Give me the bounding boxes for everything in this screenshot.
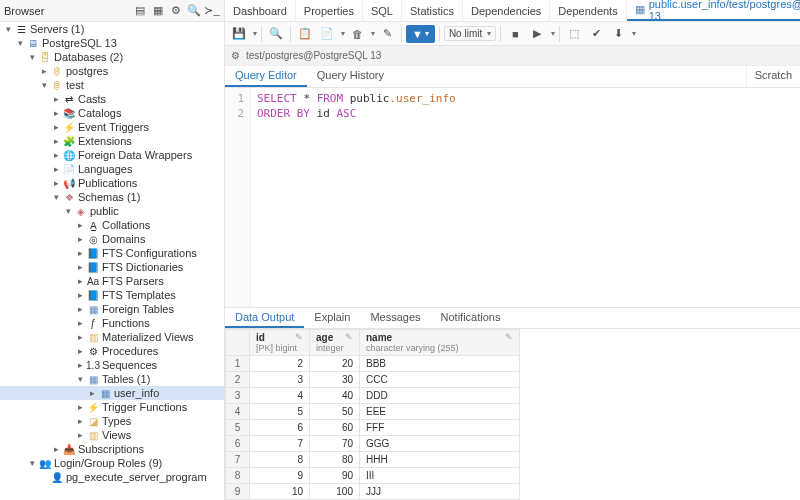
cell-age[interactable]: 80 (310, 452, 360, 468)
cell-age[interactable]: 100 (310, 484, 360, 500)
cell-age[interactable]: 70 (310, 436, 360, 452)
tree-ftsconf[interactable]: ▸📘FTS Configurations (0, 246, 224, 260)
cell-id[interactable]: 6 (250, 420, 310, 436)
download-button[interactable]: ⬇ (608, 24, 628, 44)
sql-editor[interactable]: 12 SELECT * FROM public.user_info ORDER … (225, 88, 800, 307)
tab-notifications[interactable]: Notifications (431, 308, 511, 328)
execute-button[interactable]: ▶ (527, 24, 547, 44)
tree-table-userinfo[interactable]: ▸▦user_info (0, 386, 224, 400)
cell-name[interactable]: HHH (360, 452, 520, 468)
row-number[interactable]: 3 (226, 388, 250, 404)
tab-dashboard[interactable]: Dashboard (225, 0, 296, 21)
paste-button[interactable]: 📄 (317, 24, 337, 44)
tab-scratch[interactable]: Scratch (746, 66, 800, 87)
tree-role[interactable]: 👤pg_execute_server_program (0, 470, 224, 484)
table-row[interactable]: 3440DDD (226, 388, 520, 404)
tree-schema-public[interactable]: ▾◈public (0, 204, 224, 218)
edit-col-icon[interactable]: ✎ (295, 332, 303, 342)
commit-button[interactable]: ✔ (586, 24, 606, 44)
tree-views[interactable]: ▸▥Views (0, 428, 224, 442)
tab-properties[interactable]: Properties (296, 0, 363, 21)
copy-button[interactable]: 📋 (295, 24, 315, 44)
row-number[interactable]: 5 (226, 420, 250, 436)
search-icon[interactable]: 🔍 (186, 3, 202, 19)
tab-query-active[interactable]: ▦public.user_info/test/postgres@PostgreS… (627, 0, 800, 21)
cell-id[interactable]: 5 (250, 404, 310, 420)
edit-col-icon[interactable]: ✎ (505, 332, 513, 342)
tree-fdw[interactable]: ▸🌐Foreign Data Wrappers (0, 148, 224, 162)
table-row[interactable]: 2330CCC (226, 372, 520, 388)
tree-catalogs[interactable]: ▸📚Catalogs (0, 106, 224, 120)
explain-button[interactable]: ⬚ (564, 24, 584, 44)
cell-age[interactable]: 90 (310, 468, 360, 484)
tree-servers[interactable]: ▾☰Servers (1) (0, 22, 224, 36)
tree-extensions[interactable]: ▸🧩Extensions (0, 134, 224, 148)
cell-name[interactable]: DDD (360, 388, 520, 404)
tree-matviews[interactable]: ▸▥Materialized Views (0, 330, 224, 344)
tab-statistics[interactable]: Statistics (402, 0, 463, 21)
cell-name[interactable]: CCC (360, 372, 520, 388)
tree-procedures[interactable]: ▸⚙Procedures (0, 344, 224, 358)
delete-button[interactable]: 🗑 (347, 24, 367, 44)
cell-age[interactable]: 40 (310, 388, 360, 404)
result-grid[interactable]: ✎id[PK] bigint ✎ageinteger ✎namecharacte… (225, 329, 800, 500)
edit-button[interactable]: ✎ (377, 24, 397, 44)
tree-ftsdict[interactable]: ▸📘FTS Dictionaries (0, 260, 224, 274)
tab-data-output[interactable]: Data Output (225, 308, 304, 328)
cell-id[interactable]: 8 (250, 452, 310, 468)
tree-languages[interactable]: ▸📄Languages (0, 162, 224, 176)
table-row[interactable]: 5660FFF (226, 420, 520, 436)
cell-id[interactable]: 9 (250, 468, 310, 484)
table-row[interactable]: 910100JJJ (226, 484, 520, 500)
tree-functions[interactable]: ▸ƒFunctions (0, 316, 224, 330)
table-row[interactable]: 7880HHH (226, 452, 520, 468)
sql-code[interactable]: SELECT * FROM public.user_info ORDER BY … (251, 88, 462, 307)
tab-dependencies[interactable]: Dependencies (463, 0, 550, 21)
terminal-icon[interactable]: ≻_ (204, 3, 220, 19)
tab-messages[interactable]: Messages (360, 308, 430, 328)
tool-icon[interactable]: ⚙ (168, 3, 184, 19)
tab-dependents[interactable]: Dependents (550, 0, 626, 21)
cell-name[interactable]: EEE (360, 404, 520, 420)
cell-name[interactable]: JJJ (360, 484, 520, 500)
col-name[interactable]: ✎namecharacter varying (255) (360, 330, 520, 356)
tree-db-postgres[interactable]: ▸🛢postgres (0, 64, 224, 78)
edit-col-icon[interactable]: ✎ (345, 332, 353, 342)
tree-trigger-fns[interactable]: ▸⚡Trigger Functions (0, 400, 224, 414)
cell-name[interactable]: III (360, 468, 520, 484)
tree-event-triggers[interactable]: ▸⚡Event Triggers (0, 120, 224, 134)
table-row[interactable]: 4550EEE (226, 404, 520, 420)
tree-schemas[interactable]: ▾❖Schemas (1) (0, 190, 224, 204)
tree-pg-server[interactable]: ▾🖥PostgreSQL 13 (0, 36, 224, 50)
limit-select[interactable]: No limit▾ (444, 26, 496, 41)
tree-publications[interactable]: ▸📢Publications (0, 176, 224, 190)
row-number[interactable]: 9 (226, 484, 250, 500)
object-tree[interactable]: ▾☰Servers (1) ▾🖥PostgreSQL 13 ▾🗄Database… (0, 22, 225, 500)
tab-sql[interactable]: SQL (363, 0, 402, 21)
tree-sequences[interactable]: ▸1.3Sequences (0, 358, 224, 372)
cell-id[interactable]: 4 (250, 388, 310, 404)
tree-tables[interactable]: ▾▦Tables (1) (0, 372, 224, 386)
row-number[interactable]: 2 (226, 372, 250, 388)
tree-casts[interactable]: ▸⇄Casts (0, 92, 224, 106)
cell-id[interactable]: 2 (250, 356, 310, 372)
tree-domains[interactable]: ▸◎Domains (0, 232, 224, 246)
props-icon[interactable]: ▤ (132, 3, 148, 19)
row-number[interactable]: 4 (226, 404, 250, 420)
tree-collations[interactable]: ▸A̲Collations (0, 218, 224, 232)
table-row[interactable]: 6770GGG (226, 436, 520, 452)
tree-ftspars[interactable]: ▸AaFTS Parsers (0, 274, 224, 288)
stop-button[interactable]: ■ (505, 24, 525, 44)
row-number[interactable]: 6 (226, 436, 250, 452)
tree-subscriptions[interactable]: ▸📥Subscriptions (0, 442, 224, 456)
tree-ftstmpl[interactable]: ▸📘FTS Templates (0, 288, 224, 302)
table-row[interactable]: 1220BBB (226, 356, 520, 372)
cell-id[interactable]: 10 (250, 484, 310, 500)
cell-id[interactable]: 3 (250, 372, 310, 388)
cell-name[interactable]: FFF (360, 420, 520, 436)
row-number[interactable]: 8 (226, 468, 250, 484)
tree-login-roles[interactable]: ▾👥Login/Group Roles (9) (0, 456, 224, 470)
cell-name[interactable]: BBB (360, 356, 520, 372)
cell-age[interactable]: 60 (310, 420, 360, 436)
tree-db-test[interactable]: ▾🛢test (0, 78, 224, 92)
